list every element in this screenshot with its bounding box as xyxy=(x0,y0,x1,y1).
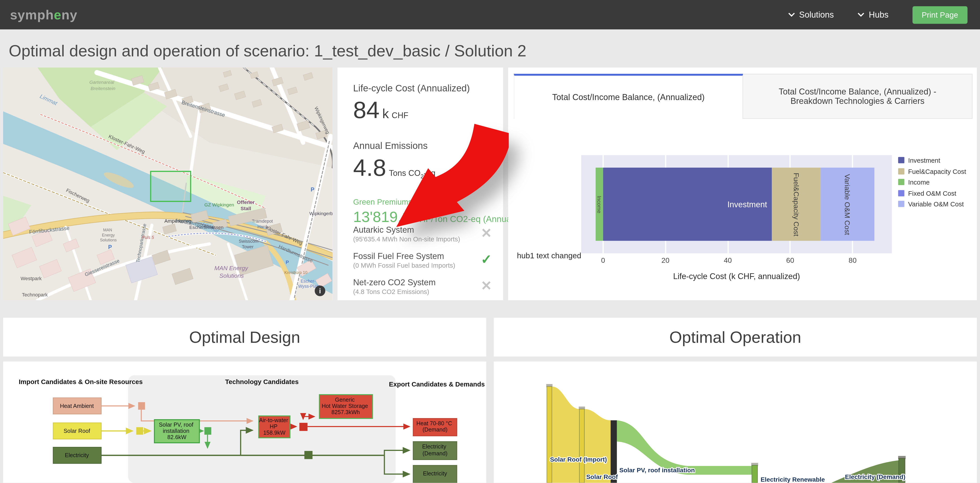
app-viewport: sympheny Solutions Hubs Print Page Optim… xyxy=(0,0,980,483)
svg-text:Solutions: Solutions xyxy=(100,238,117,242)
tab-cost-breakdown[interactable]: Total Cost/Income Balance, (Annualized) … xyxy=(743,74,972,119)
svg-text:Stall: Stall xyxy=(240,206,251,211)
optimal-design-title: Optimal Design xyxy=(189,327,300,347)
svg-text:Escher-: Escher- xyxy=(301,279,316,284)
svg-text:MAN: MAN xyxy=(103,228,112,232)
logo-text: symph xyxy=(10,7,54,22)
svg-text:Technopark: Technopark xyxy=(22,292,48,298)
map-info-icon[interactable]: i xyxy=(315,285,325,296)
hubs-menu[interactable]: Hubs xyxy=(858,10,888,19)
tab-total-cost-balance[interactable]: Total Cost/Income Balance, (Annualized) xyxy=(514,74,743,119)
cost-balance-panel: Total Cost/Income Balance, (Annualized) … xyxy=(508,67,977,300)
chart-category-label: hub1 text changed xyxy=(517,252,581,260)
bar-segment-label: Fuel&Capacity Cost xyxy=(792,172,800,236)
optimal-design-header: Optimal Design xyxy=(3,318,486,357)
svg-text:Kreisbüro 10: Kreisbüro 10 xyxy=(285,270,307,275)
x-tick-label: 0 xyxy=(601,257,605,264)
cross-icon: ✕ xyxy=(481,226,492,240)
legend-item-investment[interactable]: Investment xyxy=(898,156,966,164)
svg-text:i: i xyxy=(319,287,321,295)
x-tick-label: 60 xyxy=(786,257,794,264)
svg-text:P: P xyxy=(311,187,315,193)
node-solar-roof-label: Solar Roof xyxy=(64,428,91,434)
stacked-bar: IncomeInvestmentFuel&Capacity CostVariab… xyxy=(581,167,892,241)
system-checks-list: Autarkic System (95'635.4 MWh Non On-sit… xyxy=(353,225,492,304)
sympheny-logo[interactable]: sympheny xyxy=(10,7,78,22)
svg-text:Puls 5: Puls 5 xyxy=(142,235,154,240)
sankey-flow-solar-import xyxy=(552,386,579,483)
bar-segment-label: Variable O&M Cost xyxy=(843,174,851,235)
svg-text:Gartenareal: Gartenareal xyxy=(89,80,114,85)
solutions-menu-label: Solutions xyxy=(799,10,834,19)
hubs-menu-label: Hubs xyxy=(869,10,888,19)
svg-text:Swisscom: Swisscom xyxy=(239,239,258,244)
green-premiums-value: 13'819.1 CHF/Ton CO2-eq (Annualized) xyxy=(353,208,490,226)
sankey-flow-solar-roof xyxy=(584,409,611,483)
check-icon: ✓ xyxy=(481,253,492,266)
chart-tabs: Total Cost/Income Balance, (Annualized) … xyxy=(514,74,973,119)
legend-item-variable-o-m-cost[interactable]: Variable O&M Cost xyxy=(898,200,966,208)
optimal-operation-header: Optimal Operation xyxy=(494,318,977,357)
legend-label: Income xyxy=(908,178,930,186)
svg-text:Energy: Energy xyxy=(102,233,115,238)
logo-text-tail: ny xyxy=(62,7,78,22)
sankey-canvas: Solar Roof (Import) Solar Roof Solar PV,… xyxy=(494,362,977,483)
legend-item-income[interactable]: Income xyxy=(898,178,966,186)
svg-text:Tower: Tower xyxy=(242,244,254,249)
cross-icon: ✕ xyxy=(481,279,492,292)
legend-swatch xyxy=(898,157,904,163)
print-page-button[interactable]: Print Page xyxy=(912,6,967,24)
bar-segment-fuel-capacity-cost[interactable]: Fuel&Capacity Cost xyxy=(772,167,821,241)
svg-text:Breitenstein: Breitenstein xyxy=(91,86,115,91)
svg-text:Offener: Offener xyxy=(237,199,255,205)
legend-swatch xyxy=(898,201,904,207)
x-tick-label: 40 xyxy=(724,257,732,264)
svg-text:Escherterrassen: Escherterrassen xyxy=(189,225,223,230)
legend-item-fixed-o-m-cost[interactable]: Fixed O&M Cost xyxy=(898,189,966,197)
system-check-netzero: Net-zero CO2 System (4.8 Tons CO2 Emissi… xyxy=(353,278,492,295)
optimal-design-diagram[interactable]: Import Candidates & On-site Resources Te… xyxy=(3,362,486,483)
page-title: Optimal design and operation of scenario… xyxy=(9,41,526,61)
kpi-panel: Life-cycle Cost (Annualized) 84 k CHF An… xyxy=(337,67,503,300)
chevron-down-icon xyxy=(788,13,795,17)
system-check-fossil-free: Fossil Fuel Free System (0 MWh Fossil Fu… xyxy=(353,252,492,269)
x-tick-label: 80 xyxy=(849,257,857,264)
svg-text:Solar Roof (Import): Solar Roof (Import) xyxy=(550,456,607,463)
chevron-down-icon xyxy=(858,13,864,17)
bar-segment-investment[interactable]: Investment xyxy=(603,167,772,241)
map-canvas: Gartenareal Breitenstein Breitensteinstr… xyxy=(3,67,332,300)
svg-text:Electricity Renewable: Electricity Renewable xyxy=(760,476,825,483)
top-navigation-bar: sympheny Solutions Hubs Print Page xyxy=(0,0,980,29)
bar-segment-label: Income xyxy=(596,196,603,213)
x-tick-label: 20 xyxy=(662,257,670,264)
svg-text:MAN Energy: MAN Energy xyxy=(214,265,248,271)
tech-group-label: Technology Candidates xyxy=(225,378,299,386)
location-map[interactable]: Gartenareal Breitenstein Breitensteinstr… xyxy=(3,67,332,300)
annual-emissions-label: Annual Emissions xyxy=(353,140,490,151)
export-group-label: Export Candidates & Demands xyxy=(389,381,485,388)
chart-x-axis-title: Life-cycle Cost (k CHF, annualized) xyxy=(581,271,892,281)
import-group-label: Import Candidates & On-site Resources xyxy=(19,378,143,386)
lifecycle-cost-value: 84 k CHF xyxy=(353,97,490,124)
legend-item-fuel-capacity-cost[interactable]: Fuel&Capacity Cost xyxy=(898,167,966,175)
bar-segment-variable-o-m-cost[interactable]: Variable O&M Cost xyxy=(821,167,874,241)
solutions-menu[interactable]: Solutions xyxy=(788,10,834,19)
node-electricity-import-label: Electricity xyxy=(65,452,89,458)
chart-x-ticks: 020406080 xyxy=(581,257,892,266)
legend-swatch xyxy=(898,168,904,174)
bar-segment-income[interactable]: Income xyxy=(596,167,603,241)
chart-plot-area: IncomeInvestmentFuel&Capacity CostVariab… xyxy=(581,155,892,253)
svg-text:P: P xyxy=(286,260,289,265)
svg-text:Solar PV, roof installation: Solar PV, roof installation xyxy=(619,467,695,473)
svg-text:Solar Roof: Solar Roof xyxy=(586,473,618,480)
node-electricity-export-label: Electricity xyxy=(423,470,447,477)
optimal-operation-sankey[interactable]: Solar Roof (Import) Solar Roof Solar PV,… xyxy=(494,362,977,483)
map-site-boundary xyxy=(151,171,191,201)
svg-text:Westpark: Westpark xyxy=(21,276,42,281)
node-heat-ambient-label: Heat Ambient xyxy=(60,403,94,409)
bar-segment-label: Investment xyxy=(727,199,767,209)
legend-label: Variable O&M Cost xyxy=(908,200,964,208)
logo-accent-letter: e xyxy=(54,7,62,22)
svg-text:P: P xyxy=(108,244,112,250)
legend-label: Investment xyxy=(908,156,940,164)
